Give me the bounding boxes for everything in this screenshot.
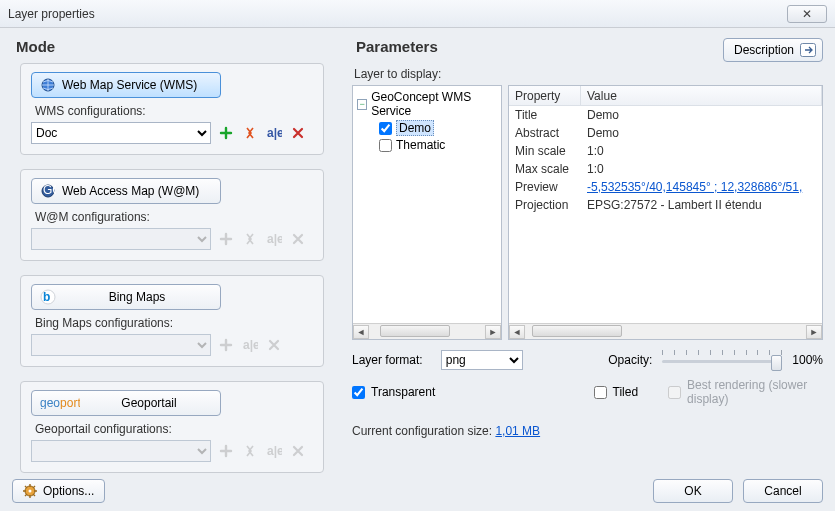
property-value: Demo bbox=[581, 106, 822, 124]
arrow-right-icon bbox=[800, 43, 816, 57]
scroll-right-icon[interactable]: ► bbox=[485, 325, 501, 339]
delete-icon bbox=[289, 230, 307, 248]
svg-text:b: b bbox=[43, 290, 50, 304]
svg-text:GCIS: GCIS bbox=[43, 183, 56, 197]
slider-thumb[interactable] bbox=[771, 355, 782, 371]
add-icon[interactable] bbox=[217, 124, 235, 142]
mode-wms-button[interactable]: Web Map Service (WMS) bbox=[31, 72, 221, 98]
mode-heading: Mode bbox=[16, 38, 332, 55]
layer-tree[interactable]: − GeoConcept WMS Service Demo Thematic bbox=[352, 85, 502, 340]
property-name: Min scale bbox=[509, 142, 581, 160]
tiled-checkbox[interactable] bbox=[594, 386, 607, 399]
property-value: 1:0 bbox=[581, 142, 822, 160]
delete-icon bbox=[265, 336, 283, 354]
svg-point-12 bbox=[29, 490, 32, 493]
svg-text:a|e: a|e bbox=[267, 232, 282, 246]
description-label: Description bbox=[734, 43, 794, 57]
geoportail-icon: geoportail bbox=[40, 395, 80, 411]
opacity-label: Opacity: bbox=[608, 353, 652, 367]
config-size-link[interactable]: 1,01 MB bbox=[495, 424, 540, 438]
options-button[interactable]: Options... bbox=[12, 479, 105, 503]
wms-config-label: WMS configurations: bbox=[35, 104, 313, 118]
property-name: Abstract bbox=[509, 124, 581, 142]
mode-wam-label: Web Access Map (W@M) bbox=[62, 184, 199, 198]
mode-wam-button[interactable]: GCIS Web Access Map (W@M) bbox=[31, 178, 221, 204]
tree-item-checkbox[interactable] bbox=[379, 122, 392, 135]
opacity-slider[interactable] bbox=[662, 350, 782, 370]
property-name: Projection bbox=[509, 196, 581, 214]
scroll-left-icon[interactable]: ◄ bbox=[353, 325, 369, 339]
bing-config-label: Bing Maps configurations: bbox=[35, 316, 313, 330]
scroll-thumb[interactable] bbox=[532, 325, 622, 337]
property-name: Preview bbox=[509, 178, 581, 196]
rename-icon: a|e bbox=[265, 442, 283, 460]
scroll-right-icon[interactable]: ► bbox=[806, 325, 822, 339]
property-value[interactable]: -5,532535°/40,145845° ; 12,328686°/51, bbox=[581, 178, 822, 196]
transparent-label: Transparent bbox=[371, 385, 435, 399]
refresh-icon bbox=[241, 230, 259, 248]
best-rendering-label: Best rendering (slower display) bbox=[687, 378, 823, 406]
collapse-icon[interactable]: − bbox=[357, 99, 367, 110]
cancel-button[interactable]: Cancel bbox=[743, 479, 823, 503]
mode-wms-label: Web Map Service (WMS) bbox=[62, 78, 197, 92]
delete-icon[interactable] bbox=[289, 124, 307, 142]
close-button[interactable]: ✕ bbox=[787, 5, 827, 23]
layer-format-select[interactable]: png bbox=[441, 350, 523, 370]
config-size-label: Current configuration size: bbox=[352, 424, 495, 438]
globe-wms-icon bbox=[40, 77, 56, 93]
svg-text:a|e: a|e bbox=[267, 126, 282, 140]
tree-item: Thematic bbox=[379, 138, 501, 152]
mode-geoportail-label: Geoportail bbox=[86, 396, 212, 410]
property-value: EPSG:27572 - Lambert II étendu bbox=[581, 196, 822, 214]
tree-item-label[interactable]: Demo bbox=[396, 120, 434, 136]
layer-format-label: Layer format: bbox=[352, 353, 423, 367]
refresh-icon[interactable] bbox=[241, 124, 259, 142]
transparent-checkbox[interactable] bbox=[352, 386, 365, 399]
globe-gcis-icon: GCIS bbox=[40, 183, 56, 199]
parameters-heading: Parameters bbox=[356, 38, 438, 55]
scroll-thumb[interactable] bbox=[380, 325, 450, 337]
wms-config-select[interactable]: Doc bbox=[31, 122, 211, 144]
options-label: Options... bbox=[43, 484, 94, 498]
description-button[interactable]: Description bbox=[723, 38, 823, 62]
property-grid: Property Value TitleDemoAbstractDemoMin … bbox=[508, 85, 823, 340]
property-value: 1:0 bbox=[581, 160, 822, 178]
rename-icon: a|e bbox=[241, 336, 259, 354]
tree-item-label[interactable]: Thematic bbox=[396, 138, 445, 152]
rename-icon[interactable]: a|e bbox=[265, 124, 283, 142]
add-icon bbox=[217, 336, 235, 354]
tiled-label: Tiled bbox=[613, 385, 639, 399]
refresh-icon bbox=[241, 442, 259, 460]
tree-hscrollbar[interactable]: ◄ ► bbox=[353, 323, 501, 339]
scroll-left-icon[interactable]: ◄ bbox=[509, 325, 525, 339]
best-rendering-checkbox bbox=[668, 386, 681, 399]
property-row: TitleDemo bbox=[509, 106, 822, 124]
layer-to-display-label: Layer to display: bbox=[354, 67, 823, 81]
svg-text:geoportail: geoportail bbox=[40, 397, 80, 409]
property-name: Title bbox=[509, 106, 581, 124]
property-row: ProjectionEPSG:27572 - Lambert II étendu bbox=[509, 196, 822, 214]
mode-bing-label: Bing Maps bbox=[62, 290, 212, 304]
bing-config-select bbox=[31, 334, 211, 356]
tree-root-label: GeoConcept WMS Service bbox=[371, 90, 501, 118]
column-header-property[interactable]: Property bbox=[509, 86, 581, 105]
tree-item: Demo bbox=[379, 120, 501, 136]
geoportail-config-label: Geoportail configurations: bbox=[35, 422, 313, 436]
window-title: Layer properties bbox=[8, 7, 787, 21]
property-value: Demo bbox=[581, 124, 822, 142]
ok-button[interactable]: OK bbox=[653, 479, 733, 503]
mode-geoportail-button[interactable]: geoportail Geoportail bbox=[31, 390, 221, 416]
property-row: Min scale1:0 bbox=[509, 142, 822, 160]
column-header-value[interactable]: Value bbox=[581, 86, 822, 105]
mode-bing-button[interactable]: b Bing Maps bbox=[31, 284, 221, 310]
rename-icon: a|e bbox=[265, 230, 283, 248]
opacity-value: 100% bbox=[792, 353, 823, 367]
property-row: Max scale1:0 bbox=[509, 160, 822, 178]
add-icon bbox=[217, 442, 235, 460]
tree-item-checkbox[interactable] bbox=[379, 139, 392, 152]
property-name: Max scale bbox=[509, 160, 581, 178]
delete-icon bbox=[289, 442, 307, 460]
wam-config-select bbox=[31, 228, 211, 250]
prop-hscrollbar[interactable]: ◄ ► bbox=[509, 323, 822, 339]
gear-icon bbox=[23, 484, 37, 498]
